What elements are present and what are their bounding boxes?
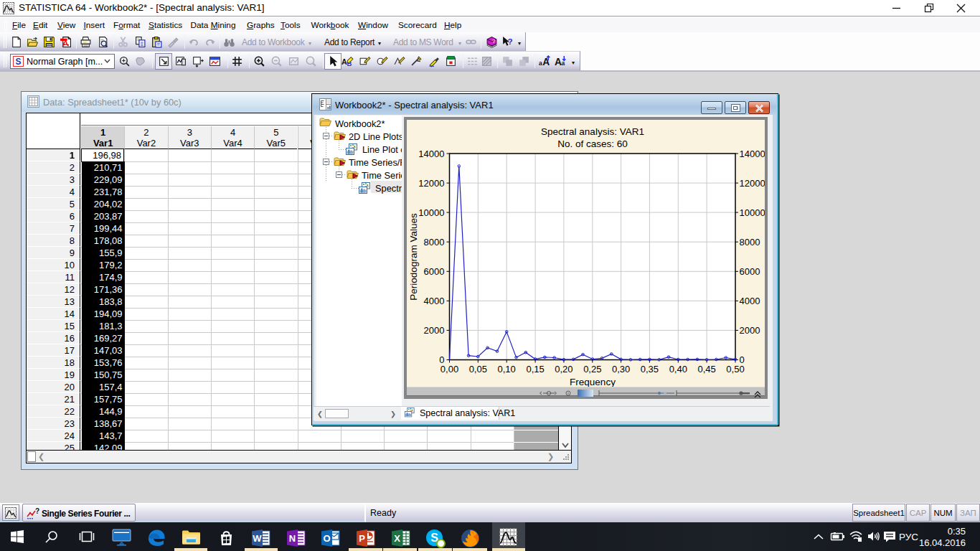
svg-text:14000: 14000 <box>740 149 765 159</box>
svg-text:0,30: 0,30 <box>612 364 630 375</box>
svg-text:X: X <box>394 533 400 544</box>
svg-text:6000: 6000 <box>740 266 760 277</box>
svg-text:14000: 14000 <box>418 149 444 159</box>
svg-text:N: N <box>289 533 296 544</box>
svg-text:0,45: 0,45 <box>697 364 715 375</box>
svg-text:8000: 8000 <box>424 237 445 248</box>
svg-text:0,15: 0,15 <box>526 364 544 375</box>
svg-text:A: A <box>555 56 562 67</box>
svg-text:0,20: 0,20 <box>555 364 573 375</box>
svg-text:?: ? <box>492 38 496 44</box>
svg-text:0,10: 0,10 <box>498 364 516 375</box>
svg-text:12000: 12000 <box>740 178 765 189</box>
svg-text:Spectral analysis: VAR1: Spectral analysis: VAR1 <box>541 126 644 137</box>
svg-text:?: ? <box>508 37 513 46</box>
svg-text:0,05: 0,05 <box>469 364 487 375</box>
svg-text:W: W <box>253 533 262 544</box>
svg-text:4000: 4000 <box>424 296 445 306</box>
svg-text:0,00: 0,00 <box>440 364 458 375</box>
svg-text:?: ? <box>35 508 39 515</box>
svg-text:2000: 2000 <box>424 325 445 336</box>
svg-text:2000: 2000 <box>740 325 760 336</box>
svg-text:0,35: 0,35 <box>641 364 659 375</box>
svg-text:Frequency: Frequency <box>570 377 616 387</box>
svg-text:0,40: 0,40 <box>669 364 687 375</box>
svg-text:0,50: 0,50 <box>726 364 744 375</box>
svg-text:4000: 4000 <box>740 296 760 306</box>
svg-text:6000: 6000 <box>424 266 445 277</box>
svg-text:O: O <box>323 533 330 544</box>
svg-text:Periodogram Values: Periodogram Values <box>408 213 419 301</box>
svg-text:0,25: 0,25 <box>583 364 601 375</box>
svg-text:a: a <box>539 60 542 67</box>
svg-text:8000: 8000 <box>740 237 760 248</box>
svg-text:No. of cases: 60: No. of cases: 60 <box>557 138 628 149</box>
svg-text:12000: 12000 <box>418 178 444 189</box>
svg-text:10000: 10000 <box>740 207 765 218</box>
svg-text:10000: 10000 <box>418 207 444 218</box>
svg-text:P: P <box>359 533 365 544</box>
